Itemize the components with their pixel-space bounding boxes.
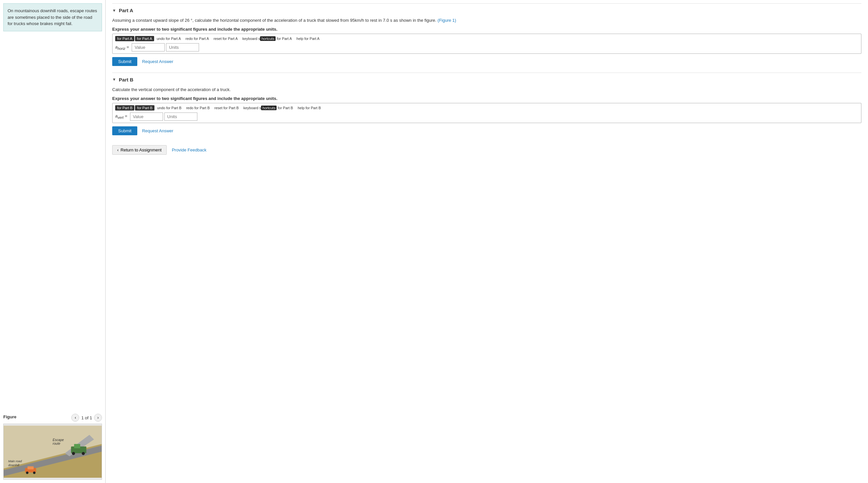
part-b-toolbar-undo[interactable]: undo for Part B <box>155 105 184 110</box>
part-b-collapse-icon[interactable]: ▼ <box>112 77 116 82</box>
svg-text:Main road: Main road <box>8 459 22 463</box>
svg-point-15 <box>33 472 35 474</box>
part-b-toolbar-for2[interactable]: for Part B <box>135 105 154 110</box>
part-a-toolbar-for1[interactable]: for Part A <box>115 36 134 41</box>
part-a-figure-link[interactable]: (Figure 1) <box>438 18 456 23</box>
part-a-answer-label: ahoriz = <box>115 44 129 51</box>
part-a-divider <box>112 3 861 4</box>
svg-point-14 <box>26 472 28 474</box>
part-b-toolbar-help[interactable]: help for Part B <box>296 105 323 110</box>
part-a-math-input: for Part A for Part A undo for Part A re… <box>112 34 861 54</box>
part-a-toolbar: for Part A for Part A undo for Part A re… <box>115 36 859 41</box>
part-b-math-input: for Part B for Part B undo for Part B re… <box>112 103 861 123</box>
svg-text:downhill: downhill <box>8 463 20 467</box>
part-a-action-row: Submit Request Answer <box>112 57 861 66</box>
part-b-toolbar: for Part B for Part B undo for Part B re… <box>115 105 859 110</box>
part-a-units-input[interactable] <box>166 43 199 52</box>
part-b-shortcuts-highlight: hortcuts <box>261 105 277 110</box>
figure-section: Figure ‹ 1 of 1 › Escape route Ma <box>0 411 105 483</box>
part-b-toolbar-redo[interactable]: redo for Part B <box>184 105 212 110</box>
provide-feedback-link[interactable]: Provide Feedback <box>172 148 207 153</box>
return-chevron-icon: ‹ <box>117 148 119 153</box>
svg-rect-13 <box>27 466 34 470</box>
svg-point-10 <box>72 452 75 455</box>
part-b-toolbar-reset[interactable]: reset for Part B <box>212 105 241 110</box>
figure-next-button[interactable]: › <box>94 414 102 422</box>
left-panel: On mountainous downhill roads, escape ro… <box>0 0 105 483</box>
part-b-value-input[interactable] <box>130 112 163 121</box>
part-a-shortcuts-highlight: hortcuts <box>260 36 276 41</box>
part-a-section: ▼ Part A Assuming a constant upward slop… <box>112 3 861 66</box>
svg-text:route: route <box>53 442 61 445</box>
part-b-submit-button[interactable]: Submit <box>112 126 137 135</box>
part-b-label: Part B <box>119 77 133 83</box>
bottom-nav: ‹ Return to Assignment Provide Feedback <box>112 142 861 155</box>
svg-text:Escape: Escape <box>53 438 64 442</box>
part-b-toolbar-for1[interactable]: for Part B <box>115 105 134 110</box>
figure-nav-text: 1 of 1 <box>81 415 92 420</box>
part-a-collapse-icon[interactable]: ▼ <box>112 8 116 13</box>
part-b-units-input[interactable] <box>164 112 197 121</box>
part-a-answer-row: ahoriz = <box>115 43 859 52</box>
figure-nav-row: Figure ‹ 1 of 1 › <box>3 414 102 422</box>
part-b-header: ▼ Part B <box>112 77 861 83</box>
part-a-toolbar-redo[interactable]: redo for Part A <box>184 36 211 41</box>
figure-image: Escape route Main road downhill <box>3 424 102 480</box>
part-a-instruction: Express your answer to two significant f… <box>112 27 861 32</box>
part-a-header: ▼ Part A <box>112 8 861 13</box>
right-panel: ▼ Part A Assuming a constant upward slop… <box>105 0 868 483</box>
part-a-label: Part A <box>119 8 133 13</box>
part-b-toolbar-keyboard[interactable]: keyboard shortcuts for Part B <box>241 105 295 110</box>
figure-prev-button[interactable]: ‹ <box>71 414 79 422</box>
part-b-divider <box>112 72 861 73</box>
part-a-value-input[interactable] <box>132 43 165 52</box>
info-box: On mountainous downhill roads, escape ro… <box>3 3 102 31</box>
svg-rect-9 <box>74 444 80 448</box>
part-a-toolbar-keyboard[interactable]: keyboard shortcuts for Part A <box>240 36 294 41</box>
part-b-action-row: Submit Request Answer <box>112 126 861 135</box>
part-a-toolbar-undo[interactable]: undo for Part A <box>155 36 183 41</box>
part-a-toolbar-for2[interactable]: for Part A <box>135 36 154 41</box>
part-b-question: Calculate the vertical component of the … <box>112 87 861 93</box>
part-a-question: Assuming a constant upward slope of 26 °… <box>112 17 861 24</box>
svg-point-11 <box>82 452 85 455</box>
part-a-submit-button[interactable]: Submit <box>112 57 137 66</box>
part-a-request-answer-link[interactable]: Request Answer <box>142 59 173 64</box>
part-a-toolbar-help[interactable]: help for Part A <box>294 36 321 41</box>
return-to-assignment-button[interactable]: ‹ Return to Assignment <box>112 145 167 155</box>
info-text: On mountainous downhill roads, escape ro… <box>8 8 97 26</box>
part-b-section: ▼ Part B Calculate the vertical componen… <box>112 72 861 135</box>
part-b-answer-label: avert = <box>115 114 127 120</box>
figure-label: Figure <box>3 414 17 419</box>
part-b-instruction: Express your answer to two significant f… <box>112 96 861 101</box>
part-b-answer-row: avert = <box>115 112 859 121</box>
part-a-toolbar-reset[interactable]: reset for Part A <box>212 36 240 41</box>
part-b-request-answer-link[interactable]: Request Answer <box>142 128 173 133</box>
